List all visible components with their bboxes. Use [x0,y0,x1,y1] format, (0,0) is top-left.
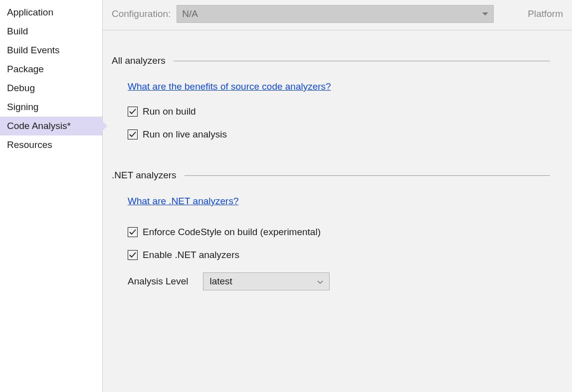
sidebar-item-signing[interactable]: Signing [0,98,102,117]
sidebar: Application Build Build Events Package D… [0,0,103,392]
checkbox-run-on-build[interactable] [128,107,138,117]
analysis-level-select[interactable]: latest [203,272,330,290]
section-header: .NET analyzers [112,170,550,181]
checkbox-label: Run on live analysis [143,129,227,140]
checkbox-label: Run on build [143,106,196,117]
section-title: .NET analyzers [112,170,177,181]
section-title: All analyzers [112,55,166,66]
check-icon [129,108,136,115]
divider [185,175,550,176]
section-header: All analyzers [112,55,550,66]
sidebar-item-application[interactable]: Application [0,3,102,22]
checkbox-label: Enforce CodeStyle on build (experimental… [143,227,321,238]
checkbox-label: Enable .NET analyzers [143,250,239,261]
sidebar-item-label: Resources [7,139,52,150]
analysis-level-label: Analysis Level [128,276,188,287]
check-icon [129,131,136,138]
sidebar-item-package[interactable]: Package [0,60,102,79]
sidebar-item-label: Signing [7,102,38,112]
sidebar-item-resources[interactable]: Resources [0,135,102,154]
content-area: All analyzers What are the benefits of s… [103,30,572,320]
chevron-down-icon [317,276,323,287]
check-icon [129,252,136,259]
platform-label: Platform [528,8,563,19]
analysis-level-row: Analysis Level latest [128,272,550,290]
sidebar-item-build-events[interactable]: Build Events [0,41,102,60]
link-net-analyzers[interactable]: What are .NET analyzers? [128,196,238,207]
checkbox-enable-net-row: Enable .NET analyzers [128,250,550,261]
header-row: Configuration: N/A Platform [103,0,572,30]
sidebar-item-label: Debug [7,83,35,93]
configuration-select[interactable]: N/A [177,5,494,23]
sidebar-item-label: Application [7,7,53,17]
sidebar-item-debug[interactable]: Debug [0,79,102,98]
section-net-analyzers: .NET analyzers What are .NET analyzers? … [112,170,550,290]
sidebar-item-label: Package [7,64,44,74]
checkbox-enforce-codestyle[interactable] [128,227,138,237]
sidebar-item-build[interactable]: Build [0,22,102,41]
chevron-down-icon [482,12,488,15]
configuration-value: N/A [182,8,198,19]
sidebar-item-label: Code Analysis* [7,121,71,131]
analysis-level-value: latest [209,276,232,287]
checkbox-run-on-build-row: Run on build [128,106,550,117]
sidebar-item-label: Build Events [7,45,60,55]
checkbox-enable-net[interactable] [128,250,138,260]
main-panel: Configuration: N/A Platform All analyzer… [103,0,572,392]
section-all-analyzers: All analyzers What are the benefits of s… [112,55,550,140]
sidebar-item-code-analysis[interactable]: Code Analysis* [0,117,102,135]
link-benefits-analyzers[interactable]: What are the benefits of source code ana… [128,81,331,92]
sidebar-item-label: Build [7,26,28,36]
checkbox-run-on-live-row: Run on live analysis [128,129,550,140]
divider [174,61,550,61]
checkbox-enforce-codestyle-row: Enforce CodeStyle on build (experimental… [128,227,550,238]
configuration-label: Configuration: [112,8,171,19]
check-icon [129,229,136,236]
checkbox-run-on-live[interactable] [128,130,138,139]
